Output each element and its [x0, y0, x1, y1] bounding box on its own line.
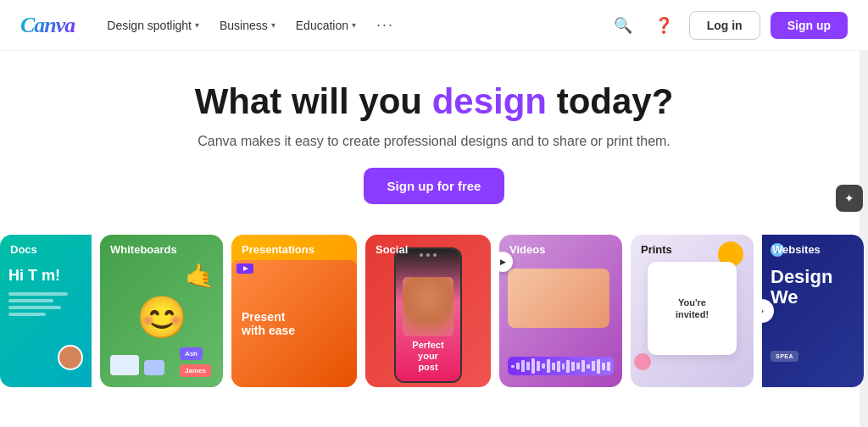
card-docs-content: Hi T m!	[0, 235, 92, 387]
video-thumbnail	[508, 269, 609, 328]
nav-item-business[interactable]: Business ▾	[211, 12, 284, 39]
nav-label-education: Education	[296, 19, 348, 32]
card-prints-content: You're invited!	[631, 235, 754, 387]
whiteboards-emoji: 😊	[136, 294, 187, 341]
doc-line-2	[8, 299, 53, 302]
wave-bar	[547, 359, 550, 373]
hero-title-part2: today?	[547, 81, 673, 121]
presentations-slide-text: Present with ease	[242, 310, 347, 339]
wave-bar	[602, 363, 605, 370]
ai-assistant-button[interactable]: ✦	[836, 185, 863, 212]
docs-lines	[8, 292, 83, 316]
wave-bar	[581, 360, 585, 372]
wb-shape-2	[144, 360, 164, 375]
wave-bar	[607, 362, 610, 371]
hero-title: What will you design today?	[17, 81, 851, 122]
person-face	[403, 277, 453, 336]
wave-bar	[511, 365, 515, 368]
chevron-icon-design-spotlight: ▾	[195, 20, 199, 30]
ai-icon: ✦	[844, 191, 854, 205]
card-websites-label: Websites	[772, 243, 821, 256]
doc-line-3	[8, 306, 61, 309]
wave-bar	[542, 363, 545, 369]
social-phone-mockup: Perfect your post	[394, 247, 462, 383]
cards-row: Docs Hi T m! Whiteboards 😊 Ash James 🤙	[0, 221, 868, 387]
nav-more-button[interactable]: ···	[368, 9, 403, 41]
wave-bar	[537, 361, 540, 371]
card-docs-label: Docs	[10, 243, 37, 256]
wave-bar	[526, 362, 530, 370]
card-presentations[interactable]: Presentations ▶ Present with ease	[231, 235, 357, 387]
card-websites[interactable]: Websites C Design We SPEA ›	[762, 235, 864, 387]
hero-section: What will you design today? Canva makes …	[0, 51, 868, 221]
presentations-slide: ▶ Present with ease	[231, 260, 357, 387]
card-videos[interactable]: Videos ▶	[499, 235, 622, 387]
doc-line-4	[8, 313, 46, 316]
search-icon: 🔍	[614, 16, 632, 35]
presentations-slide-container: ▶ Present with ease	[231, 260, 357, 387]
hero-title-part1: What will you	[195, 81, 432, 121]
help-button[interactable]: ❓	[648, 10, 679, 41]
social-person-image	[403, 277, 453, 336]
doc-line-1	[8, 292, 68, 296]
docs-avatar	[58, 345, 83, 370]
phone-dot-1	[420, 253, 423, 257]
wb-sticky-ash: Ash	[180, 347, 203, 360]
card-presentations-label: Presentations	[242, 243, 314, 256]
signup-free-button[interactable]: Sign up for free	[364, 168, 505, 204]
help-icon: ❓	[654, 16, 673, 35]
docs-preview-text: Hi T m!	[8, 267, 83, 286]
search-button[interactable]: 🔍	[608, 10, 638, 41]
card-social-content: Perfect your post	[365, 235, 491, 387]
card-social-label: Social	[376, 243, 408, 256]
wave-bar	[521, 360, 525, 372]
card-whiteboards-label: Whiteboards	[110, 243, 177, 256]
logo[interactable]: Canva	[20, 12, 75, 38]
nav-links: Design spotlight ▾ Business ▾ Education …	[98, 9, 607, 41]
card-prints-label: Prints	[641, 243, 672, 256]
whiteboard-shapes	[110, 355, 164, 375]
card-social[interactable]: Social Perfect your post	[365, 235, 491, 387]
invitation-card: You're invited!	[648, 262, 737, 355]
nav-item-design-spotlight[interactable]: Design spotlight ▾	[98, 12, 208, 39]
wave-bar	[592, 361, 595, 371]
card-videos-label: Videos	[509, 243, 545, 256]
card-whiteboards-content: 😊 Ash James 🤙	[100, 235, 223, 387]
wave-bar	[587, 364, 590, 369]
phone-screen: Perfect your post	[396, 249, 460, 381]
waveform	[508, 357, 614, 375]
phone-dot-2	[426, 253, 430, 257]
chevron-icon-education: ▾	[352, 20, 356, 30]
social-phone-text: Perfect your post	[412, 340, 443, 374]
wave-bar	[552, 363, 555, 370]
card-videos-content: ▶	[499, 235, 622, 387]
wave-bar	[576, 363, 580, 369]
card-presentations-content: ▶ Present with ease	[231, 235, 357, 387]
card-whiteboards[interactable]: Whiteboards 😊 Ash James 🤙	[100, 235, 223, 387]
signup-button[interactable]: Sign up	[771, 12, 848, 39]
more-dots-icon: ···	[376, 16, 394, 34]
navbar: Canva Design spotlight ▾ Business ▾ Educ…	[0, 0, 868, 51]
website-text: Design We	[771, 267, 855, 308]
website-badge: SPEA	[771, 351, 798, 362]
nav-label-design-spotlight: Design spotlight	[107, 19, 192, 32]
nav-actions: 🔍 ❓ Log in Sign up	[608, 10, 848, 41]
wave-bars	[508, 357, 614, 375]
card-docs[interactable]: Docs Hi T m!	[0, 235, 92, 387]
presentations-canva-logo: ▶	[236, 263, 253, 274]
wb-sticky-james: James	[180, 364, 211, 377]
nav-label-business: Business	[220, 19, 268, 32]
login-button[interactable]: Log in	[689, 11, 760, 40]
wb-shape-1	[110, 355, 139, 375]
prints-decor-pink	[634, 353, 651, 370]
card-websites-content: C Design We SPEA	[762, 235, 864, 387]
wave-bar	[557, 361, 560, 372]
wave-bar	[566, 360, 570, 373]
wave-bar	[571, 362, 575, 371]
hero-subtitle: Canva makes it easy to create profession…	[17, 134, 851, 149]
logo-text: Canva	[20, 13, 75, 37]
wave-bar	[531, 358, 535, 374]
card-prints[interactable]: Prints You're invited!	[631, 235, 754, 387]
wave-bar	[516, 363, 520, 369]
nav-item-education[interactable]: Education ▾	[287, 12, 364, 39]
